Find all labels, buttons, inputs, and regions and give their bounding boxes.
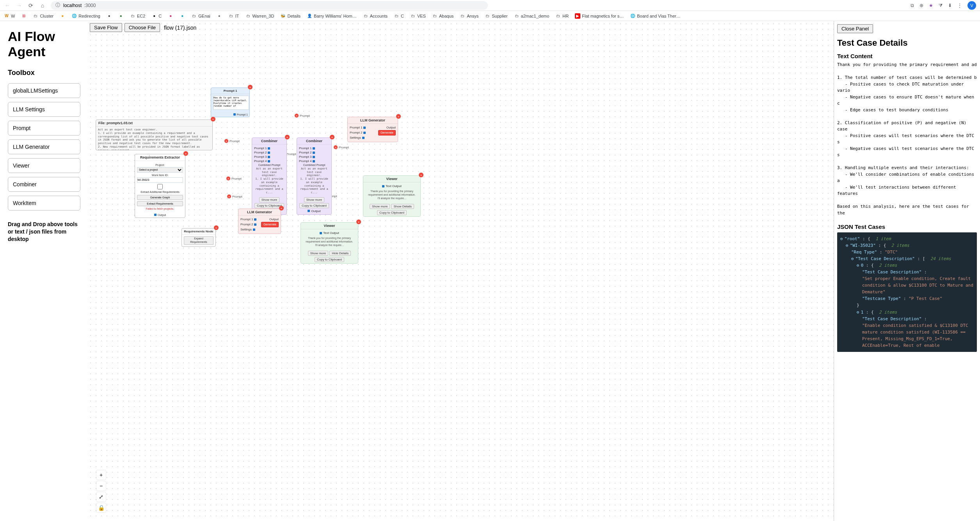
input-port-icon[interactable] [363,132,366,134]
bookmark-item[interactable]: 🗀EC2 [130,13,145,19]
node-delete-icon[interactable]: × [183,151,188,156]
json-collapse-icon[interactable]: ⊖ [840,236,843,241]
extract-requirements-button[interactable]: Extract Requirements [137,201,183,206]
show-more-button[interactable]: Show more [308,251,328,256]
site-info-icon[interactable]: ⓘ [55,2,61,9]
bookmark-item[interactable]: WW [4,13,15,19]
delete-edge-icon[interactable]: × [295,114,299,118]
profile-avatar[interactable]: V [968,1,976,10]
install-app-icon[interactable]: ⧉ [911,3,914,8]
extract-additional-checkbox[interactable] [137,184,183,189]
node-delete-icon[interactable]: × [330,135,334,139]
input-port-icon[interactable] [313,152,315,154]
node-delete-icon[interactable]: × [214,225,219,230]
input-port-icon[interactable] [268,160,270,162]
bookmark-item[interactable]: 🗀IT [228,13,239,19]
bookmark-item[interactable]: 🗀Warren_3D [245,13,274,19]
lock-button[interactable]: 🔒 [96,503,106,512]
node-viewer-1[interactable]: × Viewer Text Output Thank you for provi… [301,222,358,264]
browser-menu-icon[interactable]: ⋮ [957,3,962,8]
json-collapse-icon[interactable]: ⊖ [846,243,848,248]
nav-reload-icon[interactable]: ⟳ [27,2,34,9]
fit-view-button[interactable]: ⤢ [96,492,106,501]
project-select[interactable]: Select a project [137,167,183,173]
node-combiner-2[interactable]: × Combiner Prompt 1 Prompt 2 Prompt 3 Pr… [297,137,332,215]
bookmark-item[interactable]: 🗀C [394,13,404,19]
output-port-icon[interactable] [308,210,310,212]
bookmark-star-icon[interactable]: ★ [929,3,933,8]
choose-file-button[interactable]: Choose File [125,23,160,32]
tool-button-llm-settings[interactable]: LLM Settings [8,102,80,117]
bookmark-item[interactable]: ● [118,13,124,19]
input-port-icon[interactable] [268,156,270,158]
zoom-icon[interactable]: ⊕ [920,3,923,8]
bookmark-item[interactable]: ⊞ [21,13,27,19]
bookmark-item[interactable]: 🗀a2mac1_demo [514,13,550,19]
delete-edge-icon[interactable]: × [226,177,230,180]
node-delete-icon[interactable]: × [285,135,290,139]
node-delete-icon[interactable]: × [356,219,361,224]
json-collapse-icon[interactable]: ⊖ [857,263,859,268]
workitem-input[interactable] [137,177,183,183]
address-bar[interactable]: ⓘ localhost:3000 [51,1,488,10]
close-panel-button[interactable]: Close Panel [837,24,873,33]
bookmark-item[interactable]: ● [168,13,173,19]
json-collapse-icon[interactable]: ⊖ [851,256,854,261]
node-delete-icon[interactable]: × [396,114,401,119]
node-viewer-2[interactable]: × Viewer Text Output Thank you for provi… [363,175,421,217]
input-port-icon[interactable] [313,160,315,162]
bookmark-item[interactable]: 🗀HR [555,13,569,19]
nav-back-icon[interactable]: ← [4,2,11,9]
tool-button-combiner[interactable]: Combiner [8,177,80,192]
bookmark-item[interactable]: 👤Barry Williams' Hom… [307,13,357,19]
input-port-icon[interactable] [313,156,315,158]
node-delete-icon[interactable]: × [248,85,253,89]
node-delete-icon[interactable]: × [279,206,284,211]
bookmark-item[interactable]: ▶Flat magnetics for s… [575,13,624,19]
bookmark-item[interactable]: 🌐Redirecting [71,13,100,19]
nav-home-icon[interactable]: ⌂ [39,2,46,9]
node-llm-generator-2[interactable]: × LLM Generator Prompt 1 Output Prompt 2… [347,117,398,142]
node-llm-generator-1[interactable]: × LLM Generator Prompt 1 Output Prompt 2… [238,209,281,234]
bookmark-item[interactable]: 🐝Details [280,13,301,19]
node-combiner-1[interactable]: × Combiner Prompt 1 Prompt 2 Prompt 3 Pr… [252,137,287,215]
bookmark-item[interactable]: ● [107,13,112,19]
bookmark-item[interactable]: 🗀VES [410,13,426,19]
tool-button-prompt[interactable]: Prompt [8,121,80,136]
node-delete-icon[interactable]: × [419,173,423,177]
tool-button-viewer[interactable]: Viewer [8,158,80,173]
show-more-button[interactable]: Show more [370,204,390,209]
zoom-in-button[interactable]: + [96,470,106,480]
download-icon[interactable]: ⬇ [948,3,952,8]
bookmark-item[interactable]: 🗀Ansys [460,13,478,19]
tool-button-llm-generator[interactable]: LLM Generator [8,139,80,154]
tool-button-globalllmsettings[interactable]: globalLLMSettings [8,83,80,98]
generate-graph-button[interactable]: Generate Graph [137,195,183,200]
node-delete-icon[interactable]: × [211,117,215,121]
input-port-icon[interactable] [254,223,256,226]
flow-canvas[interactable]: Save Flow Choose File flow (17).json ×Pr… [88,21,834,521]
bookmark-item[interactable]: ● [217,13,222,19]
bookmark-item[interactable]: 🗀Abaqus [432,13,454,19]
hide-details-button[interactable]: Hide Details [329,251,351,256]
bookmark-item[interactable]: ●C [151,13,162,19]
delete-edge-icon[interactable]: × [224,139,228,143]
generate-button[interactable]: Generate [378,130,396,136]
node-requirements[interactable]: × Requirements Node Expand Requirements [181,228,216,247]
input-port-icon[interactable] [254,218,256,221]
copy-clipboard-button[interactable]: Copy to Clipboard [377,210,407,215]
bookmark-item[interactable]: 🗀Accounts [363,13,388,19]
show-more-button[interactable]: Show more [259,197,279,202]
tool-button-workitem[interactable]: WorkItem [8,196,80,211]
bookmark-item[interactable]: 🗀Cluster [33,13,53,19]
generate-button[interactable]: Generate [261,222,279,227]
json-collapse-icon[interactable]: ⊖ [857,310,859,315]
input-port-icon[interactable] [268,152,270,154]
zoom-out-button[interactable]: − [96,481,106,491]
bookmark-item[interactable]: 🗀Supplier [485,13,507,19]
expand-requirements-button[interactable]: Expand Requirements [184,236,213,245]
settings-port-icon[interactable] [362,137,365,139]
input-port-icon[interactable] [268,147,270,150]
node-prompt-1[interactable]: × Prompt 1 Prompt 1 [211,87,250,117]
prompt-textarea[interactable] [213,96,249,110]
